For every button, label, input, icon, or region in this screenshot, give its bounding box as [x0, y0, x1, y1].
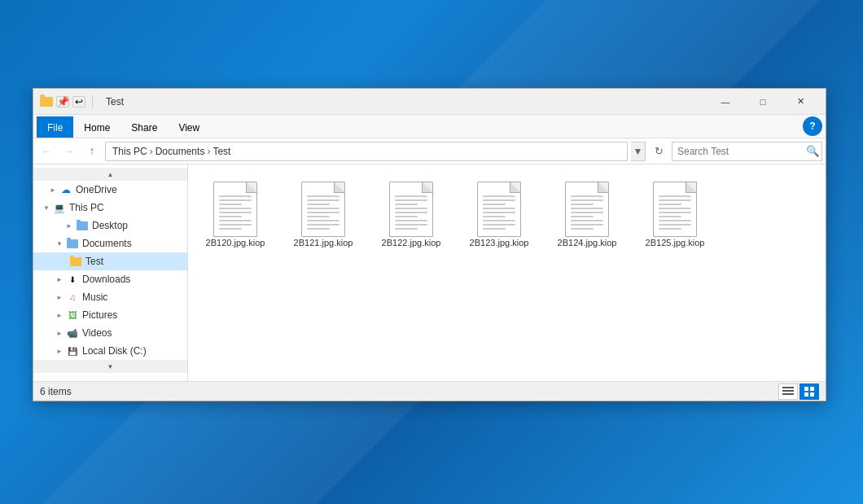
title-bar-icons: 📌 ↩ — [40, 95, 96, 108]
sidebar-scroll-down[interactable]: ▼ — [33, 360, 187, 373]
doc-line — [307, 204, 330, 205]
file-name-5: 2B125.jpg.kiop — [646, 237, 705, 248]
sidebar-item-local-disk[interactable]: ► 💾 Local Disk (C:) — [33, 342, 187, 360]
sidebar-item-onedrive[interactable]: ► ☁ OneDrive — [33, 181, 187, 199]
sidebar-item-downloads[interactable]: ► ⬇ Downloads — [33, 270, 187, 288]
refresh-button[interactable]: ↻ — [649, 142, 668, 161]
path-sep-1: › — [150, 146, 153, 157]
doc-line — [395, 212, 427, 213]
file-name-1: 2B121.jpg.kiop — [294, 237, 353, 248]
up-button[interactable]: ↑ — [82, 142, 102, 161]
explorer-window: 📌 ↩ Test — □ ✕ File Home Share View ? ← … — [33, 88, 826, 401]
file-grid: 2B120.jpg.kiop — [195, 171, 819, 256]
sidebar-item-music[interactable]: ► ♫ Music — [33, 288, 187, 306]
file-item-3[interactable]: 2B123.jpg.kiop — [458, 171, 540, 256]
file-item-4[interactable]: 2B124.jpg.kiop — [546, 171, 628, 256]
item-count: 6 items — [40, 386, 778, 397]
sidebar-item-desktop[interactable]: ► Desktop — [33, 217, 187, 234]
path-documents: Documents — [156, 146, 205, 157]
localdisk-icon: 💾 — [66, 344, 79, 357]
doc-line — [571, 195, 603, 197]
maximize-button[interactable]: □ — [744, 89, 782, 115]
details-view-button[interactable] — [778, 383, 798, 400]
tab-file[interactable]: File — [37, 116, 73, 138]
file-icon-3 — [477, 182, 521, 237]
sidebar-label-desktop: Desktop — [92, 220, 128, 231]
test-folder-icon — [69, 255, 82, 268]
ribbon: File Home Share View ? — [33, 115, 826, 138]
svg-rect-0 — [782, 387, 794, 388]
doc-line — [219, 228, 242, 230]
sidebar-label-videos: Videos — [82, 327, 112, 339]
doc-line — [571, 224, 603, 226]
tiles-view-button[interactable] — [799, 383, 819, 400]
search-box: 🔍 — [672, 142, 822, 161]
videos-folder-icon: 📹 — [66, 327, 79, 340]
file-icon-5 — [653, 182, 697, 237]
back-button[interactable]: ← — [37, 142, 56, 161]
doc-line — [219, 212, 252, 213]
expand-arrow-pictures: ► — [53, 309, 66, 322]
window-folder-icon — [40, 97, 53, 107]
quick-access-undo[interactable]: ↩ — [72, 96, 85, 107]
window-controls: — □ ✕ — [707, 89, 819, 115]
doc-line — [483, 199, 515, 201]
doc-line — [571, 208, 603, 209]
sidebar-item-pictures[interactable]: ► 🖼 Pictures — [33, 306, 187, 324]
search-input[interactable] — [672, 146, 804, 157]
address-path[interactable]: This PC › Documents › Test — [105, 142, 628, 161]
documents-folder-icon — [66, 237, 79, 250]
sidebar-scroll-up[interactable]: ▲ — [33, 168, 187, 181]
expand-arrow-desktop: ► — [63, 219, 76, 232]
address-dropdown-button[interactable]: ▼ — [631, 142, 646, 161]
sidebar-item-videos[interactable]: ► 📹 Videos — [33, 324, 187, 342]
title-bar: 📌 ↩ Test — □ ✕ — [33, 89, 826, 115]
file-item-1[interactable]: 2B121.jpg.kiop — [283, 171, 364, 256]
doc-line — [659, 220, 691, 221]
expand-arrow-onedrive: ► — [46, 183, 59, 196]
file-icon-1 — [301, 182, 345, 237]
computer-icon: 💻 — [53, 201, 66, 214]
window-title: Test — [106, 96, 124, 107]
file-item-5[interactable]: 2B125.jpg.kiop — [634, 171, 716, 256]
doc-line — [219, 195, 252, 197]
address-bar: ← → ↑ This PC › Documents › Test ▼ ↻ 🔍 — [33, 138, 826, 164]
doc-line — [395, 195, 427, 197]
forward-button[interactable]: → — [59, 142, 79, 161]
doc-line — [659, 208, 691, 209]
content-area: ▲ ► ☁ OneDrive ▼ 💻 This PC ► Desktop — [33, 164, 826, 381]
doc-line — [483, 208, 515, 209]
doc-line — [395, 208, 427, 209]
file-item-2[interactable]: 2B122.jpg.kiop — [370, 171, 452, 256]
doc-line — [659, 228, 681, 230]
doc-line — [659, 224, 691, 226]
doc-line — [307, 228, 330, 230]
file-item-0[interactable]: 2B120.jpg.kiop — [195, 171, 276, 256]
file-view: 2B120.jpg.kiop — [188, 164, 826, 381]
minimize-button[interactable]: — — [707, 89, 744, 115]
doc-line — [571, 212, 603, 213]
close-button[interactable]: ✕ — [782, 89, 819, 115]
help-button[interactable]: ? — [803, 116, 822, 136]
file-name-2: 2B122.jpg.kiop — [382, 237, 441, 248]
svg-rect-1 — [782, 390, 794, 392]
status-bar: 6 items — [33, 381, 826, 401]
desktop-folder-icon — [76, 219, 89, 232]
expand-arrow-documents: ▼ — [53, 237, 66, 250]
sidebar-item-this-pc[interactable]: ▼ 💻 This PC — [33, 199, 187, 217]
doc-line — [483, 220, 515, 221]
doc-line — [659, 199, 691, 201]
sidebar-item-documents[interactable]: ▼ Documents — [33, 234, 187, 252]
sidebar-label-localdisk: Local Disk (C:) — [82, 345, 147, 357]
sidebar-label-onedrive: OneDrive — [76, 184, 117, 195]
tab-share[interactable]: Share — [120, 116, 168, 138]
doc-line — [307, 208, 340, 209]
downloads-folder-icon: ⬇ — [66, 273, 79, 286]
doc-line — [571, 204, 594, 205]
tab-view[interactable]: View — [168, 116, 210, 138]
doc-line — [659, 212, 691, 213]
tab-home[interactable]: Home — [73, 116, 120, 138]
quick-access-pin[interactable]: 📌 — [56, 96, 69, 107]
search-button[interactable]: 🔍 — [804, 142, 821, 160]
sidebar-item-test[interactable]: Test — [33, 252, 187, 270]
